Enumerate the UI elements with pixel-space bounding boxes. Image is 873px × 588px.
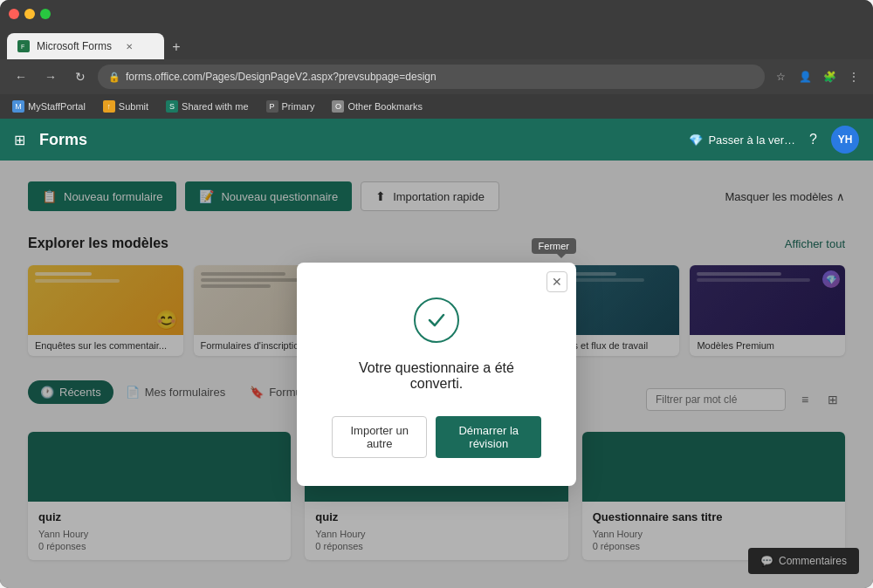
bookmark-icon: S	[166, 100, 178, 113]
help-icon[interactable]: ?	[809, 132, 817, 147]
preview-icon: 💎	[689, 133, 703, 147]
bookmark-shared[interactable]: S Shared with me	[161, 99, 253, 114]
top-nav: ⊞ Forms 💎 Passer à la ver… ? YH	[0, 119, 873, 161]
address-bar[interactable]: 🔒 forms.office.com/Pages/DesignPageV2.as…	[98, 65, 765, 89]
preview-btn[interactable]: 💎 Passer à la ver…	[689, 133, 795, 147]
app-name: Forms	[39, 131, 87, 149]
modal-check-icon	[414, 297, 459, 343]
new-tab-btn[interactable]: +	[164, 35, 189, 59]
minimize-window-btn[interactable]	[24, 9, 35, 19]
bookmark-icon: ↑	[103, 100, 115, 113]
preview-label: Passer à la ver…	[708, 133, 795, 147]
bookmark-icon: O	[332, 100, 344, 113]
lock-icon: 🔒	[108, 72, 120, 83]
bookmark-primary[interactable]: P Primary	[261, 99, 320, 114]
bookmark-submit[interactable]: ↑ Submit	[98, 99, 154, 114]
tab-favicon: F	[17, 40, 30, 52]
bookmark-label: Shared with me	[182, 101, 248, 112]
modal-close-btn[interactable]: ✕	[546, 271, 567, 292]
demarrer-revision-btn[interactable]: Démarrer la révision	[436, 416, 541, 458]
svg-text:F: F	[21, 44, 24, 50]
bookmark-icon: M	[12, 100, 24, 113]
bookmark-icon: P	[266, 100, 278, 113]
back-btn[interactable]: ←	[9, 65, 33, 89]
tab-title: Microsoft Forms	[37, 40, 112, 52]
tab-close-btn[interactable]: ✕	[122, 39, 136, 53]
bookmark-label: Submit	[119, 101, 148, 112]
maximize-window-btn[interactable]	[40, 9, 51, 19]
bookmark-label: Other Bookmarks	[347, 101, 423, 112]
app-content: ⊞ Forms 💎 Passer à la ver… ? YH 📋 Nouvea…	[0, 119, 873, 588]
address-bar-row: ← → ↻ 🔒 forms.office.com/Pages/DesignPag…	[0, 59, 873, 94]
main-area: 📋 Nouveau formulaire 📝 Nouveau questionn…	[0, 161, 873, 588]
star-icon[interactable]: ☆	[770, 66, 791, 87]
close-window-btn[interactable]	[9, 9, 19, 19]
modal-dialog: Fermer ✕ Votre questionnaire a été conve…	[297, 263, 576, 486]
modal-title: Votre questionnaire a été converti.	[332, 360, 541, 392]
browser-tab[interactable]: F Microsoft Forms ✕	[7, 33, 164, 59]
profile-icon[interactable]: 👤	[794, 66, 815, 87]
modal-buttons: Importer un autre Démarrer la révision	[332, 416, 541, 458]
bookmark-other[interactable]: O Other Bookmarks	[327, 99, 428, 114]
refresh-btn[interactable]: ↻	[68, 65, 93, 89]
browser-actions: ☆ 👤 🧩 ⋮	[770, 66, 864, 87]
extensions-icon[interactable]: 🧩	[819, 66, 840, 87]
bookmark-mystaffportal[interactable]: M MyStaffPortal	[7, 99, 91, 114]
forward-btn[interactable]: →	[38, 65, 63, 89]
bookmarks-bar: M MyStaffPortal ↑ Submit S Shared with m…	[0, 94, 873, 119]
address-text: forms.office.com/Pages/DesignPageV2.aspx…	[126, 71, 754, 83]
import-autre-btn[interactable]: Importer un autre	[332, 416, 427, 458]
bookmark-label: MyStaffPortal	[28, 101, 86, 112]
tab-bar: F Microsoft Forms ✕ +	[0, 28, 873, 59]
bookmark-label: Primary	[282, 101, 315, 112]
grid-icon[interactable]: ⊞	[14, 132, 25, 148]
avatar[interactable]: YH	[831, 126, 859, 154]
modal-overlay: Fermer ✕ Votre questionnaire a été conve…	[0, 161, 873, 588]
menu-icon[interactable]: ⋮	[843, 66, 864, 87]
browser-frame: F Microsoft Forms ✕ + ← → ↻ 🔒 forms.offi…	[0, 0, 873, 588]
close-tooltip: Fermer	[532, 238, 576, 254]
titlebar	[0, 0, 873, 28]
